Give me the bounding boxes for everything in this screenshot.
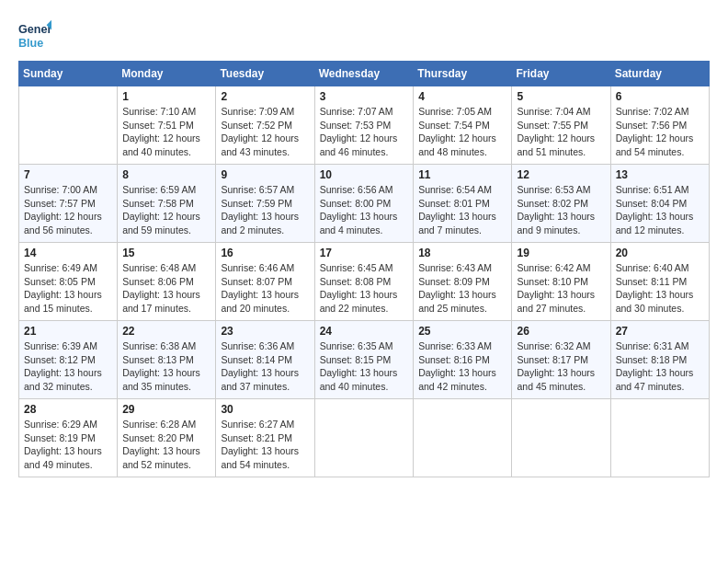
calendar-cell: 16Sunrise: 6:46 AM Sunset: 8:07 PM Dayli… bbox=[216, 243, 314, 321]
calendar-cell: 7Sunrise: 7:00 AM Sunset: 7:57 PM Daylig… bbox=[19, 165, 118, 243]
day-info: Sunrise: 7:04 AM Sunset: 7:55 PM Dayligh… bbox=[517, 105, 605, 159]
calendar-week-row: 7Sunrise: 7:00 AM Sunset: 7:57 PM Daylig… bbox=[19, 165, 710, 243]
calendar-cell: 4Sunrise: 7:05 AM Sunset: 7:54 PM Daylig… bbox=[414, 86, 512, 165]
calendar-cell: 22Sunrise: 6:38 AM Sunset: 8:13 PM Dayli… bbox=[118, 321, 216, 399]
day-number: 21 bbox=[24, 325, 112, 338]
day-number: 26 bbox=[517, 325, 605, 338]
calendar-cell: 3Sunrise: 7:07 AM Sunset: 7:53 PM Daylig… bbox=[314, 86, 414, 165]
day-number: 3 bbox=[320, 90, 409, 103]
calendar-table: SundayMondayTuesdayWednesdayThursdayFrid… bbox=[18, 61, 710, 477]
day-info: Sunrise: 6:49 AM Sunset: 8:05 PM Dayligh… bbox=[24, 261, 112, 316]
column-header-friday: Friday bbox=[512, 62, 610, 86]
day-number: 19 bbox=[517, 247, 605, 259]
calendar-cell: 13Sunrise: 6:51 AM Sunset: 8:04 PM Dayli… bbox=[610, 165, 709, 243]
column-header-sunday: Sunday bbox=[19, 62, 118, 86]
calendar-cell: 20Sunrise: 6:40 AM Sunset: 8:11 PM Dayli… bbox=[610, 243, 709, 321]
logo-icon: General Blue bbox=[18, 18, 51, 52]
day-info: Sunrise: 6:33 AM Sunset: 8:16 PM Dayligh… bbox=[418, 339, 506, 394]
day-info: Sunrise: 6:57 AM Sunset: 7:59 PM Dayligh… bbox=[221, 183, 309, 237]
day-info: Sunrise: 6:35 AM Sunset: 8:15 PM Dayligh… bbox=[320, 339, 409, 394]
calendar-cell bbox=[414, 399, 512, 477]
day-info: Sunrise: 6:36 AM Sunset: 8:14 PM Dayligh… bbox=[221, 339, 309, 394]
day-info: Sunrise: 6:27 AM Sunset: 8:21 PM Dayligh… bbox=[221, 418, 309, 472]
day-number: 22 bbox=[122, 325, 210, 338]
column-header-wednesday: Wednesday bbox=[314, 62, 414, 86]
calendar-week-row: 1Sunrise: 7:10 AM Sunset: 7:51 PM Daylig… bbox=[19, 86, 710, 165]
day-info: Sunrise: 6:31 AM Sunset: 8:18 PM Dayligh… bbox=[616, 339, 704, 394]
day-number: 8 bbox=[122, 168, 210, 181]
column-header-monday: Monday bbox=[118, 62, 216, 86]
day-number: 14 bbox=[24, 247, 112, 259]
calendar-cell bbox=[512, 399, 610, 477]
day-info: Sunrise: 6:48 AM Sunset: 8:06 PM Dayligh… bbox=[122, 261, 210, 316]
page-header: General Blue bbox=[18, 18, 710, 52]
calendar-cell: 11Sunrise: 6:54 AM Sunset: 8:01 PM Dayli… bbox=[414, 165, 512, 243]
logo: General Blue bbox=[18, 18, 55, 52]
day-info: Sunrise: 6:51 AM Sunset: 8:04 PM Dayligh… bbox=[616, 183, 704, 237]
day-number: 13 bbox=[616, 168, 704, 181]
day-number: 9 bbox=[221, 168, 309, 181]
day-number: 15 bbox=[122, 247, 210, 259]
day-info: Sunrise: 7:05 AM Sunset: 7:54 PM Dayligh… bbox=[418, 105, 506, 159]
day-number: 18 bbox=[418, 247, 506, 259]
calendar-cell: 18Sunrise: 6:43 AM Sunset: 8:09 PM Dayli… bbox=[414, 243, 512, 321]
day-info: Sunrise: 6:53 AM Sunset: 8:02 PM Dayligh… bbox=[517, 183, 605, 237]
calendar-cell: 17Sunrise: 6:45 AM Sunset: 8:08 PM Dayli… bbox=[314, 243, 414, 321]
calendar-cell: 14Sunrise: 6:49 AM Sunset: 8:05 PM Dayli… bbox=[19, 243, 118, 321]
day-number: 28 bbox=[24, 403, 112, 416]
day-info: Sunrise: 7:02 AM Sunset: 7:56 PM Dayligh… bbox=[616, 105, 704, 159]
day-number: 12 bbox=[517, 168, 605, 181]
column-header-thursday: Thursday bbox=[414, 62, 512, 86]
calendar-week-row: 21Sunrise: 6:39 AM Sunset: 8:12 PM Dayli… bbox=[19, 321, 710, 399]
calendar-cell: 25Sunrise: 6:33 AM Sunset: 8:16 PM Dayli… bbox=[414, 321, 512, 399]
calendar-cell: 24Sunrise: 6:35 AM Sunset: 8:15 PM Dayli… bbox=[314, 321, 414, 399]
calendar-cell: 27Sunrise: 6:31 AM Sunset: 8:18 PM Dayli… bbox=[610, 321, 709, 399]
day-info: Sunrise: 6:39 AM Sunset: 8:12 PM Dayligh… bbox=[24, 339, 112, 394]
day-info: Sunrise: 6:32 AM Sunset: 8:17 PM Dayligh… bbox=[517, 339, 605, 394]
day-info: Sunrise: 6:38 AM Sunset: 8:13 PM Dayligh… bbox=[122, 339, 210, 394]
calendar-cell: 5Sunrise: 7:04 AM Sunset: 7:55 PM Daylig… bbox=[512, 86, 610, 165]
calendar-header-row: SundayMondayTuesdayWednesdayThursdayFrid… bbox=[19, 62, 710, 86]
calendar-cell: 12Sunrise: 6:53 AM Sunset: 8:02 PM Dayli… bbox=[512, 165, 610, 243]
day-number: 4 bbox=[418, 90, 506, 103]
day-info: Sunrise: 6:43 AM Sunset: 8:09 PM Dayligh… bbox=[418, 261, 506, 316]
day-number: 5 bbox=[517, 90, 605, 103]
day-info: Sunrise: 6:59 AM Sunset: 7:58 PM Dayligh… bbox=[122, 183, 210, 237]
day-number: 1 bbox=[122, 90, 210, 103]
day-info: Sunrise: 7:10 AM Sunset: 7:51 PM Dayligh… bbox=[122, 105, 210, 159]
day-info: Sunrise: 7:09 AM Sunset: 7:52 PM Dayligh… bbox=[221, 105, 309, 159]
svg-text:Blue: Blue bbox=[18, 37, 43, 50]
day-number: 6 bbox=[616, 90, 704, 103]
day-number: 27 bbox=[616, 325, 704, 338]
calendar-cell: 28Sunrise: 6:29 AM Sunset: 8:19 PM Dayli… bbox=[19, 399, 118, 477]
day-number: 10 bbox=[320, 168, 409, 181]
calendar-cell: 9Sunrise: 6:57 AM Sunset: 7:59 PM Daylig… bbox=[216, 165, 314, 243]
calendar-cell: 1Sunrise: 7:10 AM Sunset: 7:51 PM Daylig… bbox=[118, 86, 216, 165]
day-number: 16 bbox=[221, 247, 309, 259]
column-header-saturday: Saturday bbox=[610, 62, 709, 86]
day-info: Sunrise: 6:28 AM Sunset: 8:20 PM Dayligh… bbox=[122, 418, 210, 472]
day-info: Sunrise: 6:46 AM Sunset: 8:07 PM Dayligh… bbox=[221, 261, 309, 316]
day-info: Sunrise: 6:42 AM Sunset: 8:10 PM Dayligh… bbox=[517, 261, 605, 316]
column-header-tuesday: Tuesday bbox=[216, 62, 314, 86]
day-info: Sunrise: 6:45 AM Sunset: 8:08 PM Dayligh… bbox=[320, 261, 409, 316]
day-info: Sunrise: 6:40 AM Sunset: 8:11 PM Dayligh… bbox=[616, 261, 704, 316]
calendar-cell: 6Sunrise: 7:02 AM Sunset: 7:56 PM Daylig… bbox=[610, 86, 709, 165]
day-number: 24 bbox=[320, 325, 409, 338]
calendar-week-row: 28Sunrise: 6:29 AM Sunset: 8:19 PM Dayli… bbox=[19, 399, 710, 477]
calendar-cell: 23Sunrise: 6:36 AM Sunset: 8:14 PM Dayli… bbox=[216, 321, 314, 399]
calendar-cell: 29Sunrise: 6:28 AM Sunset: 8:20 PM Dayli… bbox=[118, 399, 216, 477]
day-number: 7 bbox=[24, 168, 112, 181]
calendar-cell bbox=[314, 399, 414, 477]
calendar-cell: 8Sunrise: 6:59 AM Sunset: 7:58 PM Daylig… bbox=[118, 165, 216, 243]
day-number: 29 bbox=[122, 403, 210, 416]
day-number: 25 bbox=[418, 325, 506, 338]
calendar-cell: 21Sunrise: 6:39 AM Sunset: 8:12 PM Dayli… bbox=[19, 321, 118, 399]
day-number: 30 bbox=[221, 403, 309, 416]
day-number: 20 bbox=[616, 247, 704, 259]
calendar-week-row: 14Sunrise: 6:49 AM Sunset: 8:05 PM Dayli… bbox=[19, 243, 710, 321]
day-info: Sunrise: 6:29 AM Sunset: 8:19 PM Dayligh… bbox=[24, 418, 112, 472]
calendar-cell bbox=[610, 399, 709, 477]
day-info: Sunrise: 6:54 AM Sunset: 8:01 PM Dayligh… bbox=[418, 183, 506, 237]
svg-text:General: General bbox=[18, 23, 51, 36]
